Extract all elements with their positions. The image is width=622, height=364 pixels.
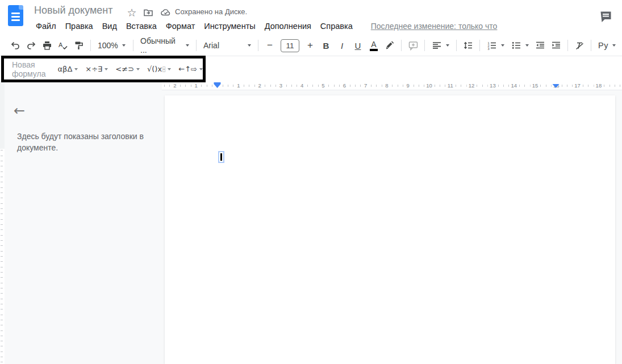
decrease-font-size-button[interactable]: − <box>262 37 278 53</box>
text-color-label: A <box>371 40 376 48</box>
chevron-down-icon <box>612 44 616 47</box>
undo-button[interactable] <box>7 37 23 53</box>
zoom-dropdown[interactable]: 100% <box>94 37 130 53</box>
input-tools-dropdown[interactable]: Ру <box>595 37 619 53</box>
ruler-number: 2 <box>256 82 262 89</box>
svg-text:A: A <box>59 41 63 48</box>
italic-button[interactable]: I <box>334 37 350 53</box>
misc-operations-dropdown[interactable]: ×÷∃ <box>85 65 108 73</box>
ruler-strip: 21123456789101112131415161718 <box>0 81 622 90</box>
ruler-number: 7 <box>362 82 369 89</box>
vertical-ruler-margin <box>0 81 5 149</box>
greek-letters-label: αβΔ <box>58 65 73 73</box>
add-comment-button <box>405 37 421 53</box>
last-edit-link[interactable]: Последнее изменение: только что <box>371 22 498 31</box>
chevron-down-icon <box>199 68 203 70</box>
menu-addons[interactable]: Дополнения <box>260 20 316 32</box>
font-dropdown[interactable]: Arial <box>200 37 254 53</box>
align-left-icon <box>432 40 442 51</box>
ruler-number: 8 <box>383 82 390 89</box>
bulleted-list-dropdown[interactable] <box>508 37 532 53</box>
close-outline-arrow-icon[interactable]: ← <box>14 103 25 119</box>
equation-insertion-box[interactable] <box>218 151 224 163</box>
menu-file[interactable]: Файл <box>31 20 61 32</box>
comments-icon[interactable] <box>599 10 613 24</box>
numbered-list-dropdown[interactable]: 123 <box>483 37 508 53</box>
decrease-indent-button[interactable] <box>532 37 548 53</box>
chevron-down-icon <box>74 68 78 70</box>
bulleted-list-icon <box>511 40 521 51</box>
relations-label: <≠⊃ <box>115 65 134 73</box>
ruler-number: 17 <box>573 82 582 89</box>
chevron-down-icon <box>248 44 251 47</box>
sup-sub-boxes: □□ <box>162 66 165 72</box>
ruler-number: 12 <box>467 82 477 89</box>
ruler-number: 6 <box>341 82 348 89</box>
greek-letters-dropdown[interactable]: αβΔ <box>58 65 78 73</box>
ruler-number: 13 <box>488 82 498 89</box>
bold-button[interactable]: B <box>318 37 334 53</box>
chevron-down-icon <box>105 68 108 70</box>
ruler-number: 10 <box>424 82 434 89</box>
arrows-label: ←↑⇨ <box>178 65 197 73</box>
paragraph-style-value: Обычный ... <box>140 36 182 55</box>
numbered-list-icon: 123 <box>487 40 497 51</box>
ruler-indent-marker[interactable] <box>553 84 560 91</box>
ruler-number: 18 <box>594 82 604 89</box>
increase-font-size-button[interactable]: + <box>302 37 318 53</box>
vertical-ruler[interactable] <box>0 81 5 364</box>
ruler-number: 4 <box>299 82 305 89</box>
document-page[interactable] <box>165 95 615 364</box>
menu-edit[interactable]: Правка <box>61 20 98 32</box>
new-equation-label: Новая формула <box>12 60 51 78</box>
math-operations-label: √()x <box>147 65 162 73</box>
equation-toolbar-row: Новая формула αβΔ ×÷∃ <≠⊃ √()x□□ ←↑⇨ <box>0 56 622 81</box>
paint-format-button[interactable] <box>71 37 87 53</box>
line-spacing-button[interactable] <box>460 37 476 53</box>
highlight-color-button[interactable] <box>382 37 398 53</box>
menu-help[interactable]: Справка <box>316 20 357 32</box>
align-dropdown[interactable] <box>428 37 453 53</box>
svg-text:3: 3 <box>488 47 490 51</box>
zoom-value: 100% <box>98 41 118 50</box>
print-button[interactable] <box>39 37 55 53</box>
ruler-number: 5 <box>320 82 326 89</box>
font-size-input[interactable]: 11 <box>281 39 299 52</box>
menu-format[interactable]: Формат <box>161 20 200 32</box>
cloud-saved-icon[interactable] <box>160 6 172 19</box>
document-title[interactable]: Новый документ <box>34 5 113 16</box>
chevron-down-icon <box>168 68 171 70</box>
font-value: Arial <box>203 41 244 50</box>
spellcheck-button[interactable]: A <box>55 37 71 53</box>
underline-button[interactable]: U <box>350 37 366 53</box>
menu-insert[interactable]: Вставка <box>122 20 161 32</box>
toolbar: A 100% Обычный ... Arial − 11 + B I U A … <box>0 35 622 56</box>
arrows-dropdown[interactable]: ←↑⇨ <box>178 65 203 73</box>
menu-view[interactable]: Вид <box>98 20 122 32</box>
increase-indent-button[interactable] <box>548 37 564 53</box>
misc-operations-label: ×÷∃ <box>85 65 102 73</box>
text-cursor <box>220 153 222 161</box>
chevron-down-icon <box>525 44 529 47</box>
menu-bar: Файл Правка Вид Вставка Формат Инструмен… <box>31 20 497 32</box>
ruler-number: 1 <box>193 82 199 89</box>
text-color-button[interactable]: A <box>366 37 382 53</box>
star-icon[interactable]: ☆ <box>126 6 138 19</box>
chevron-down-icon <box>446 44 449 47</box>
clear-formatting-button[interactable] <box>571 37 587 53</box>
math-operations-dropdown[interactable]: √()x□□ <box>147 65 171 73</box>
google-docs-logo-icon[interactable] <box>8 5 23 26</box>
saved-status: Сохранено на Диске. <box>175 7 247 16</box>
relations-dropdown[interactable]: <≠⊃ <box>115 65 140 73</box>
text-color-swatch <box>370 49 378 51</box>
menu-tools[interactable]: Инструменты <box>199 20 260 32</box>
ruler-number: 15 <box>531 82 540 89</box>
horizontal-ruler[interactable]: 21123456789101112131415161718 <box>162 81 622 90</box>
redo-button[interactable] <box>23 37 39 53</box>
chevron-down-icon <box>501 44 504 47</box>
ruler-indent-marker[interactable] <box>214 84 220 91</box>
move-to-folder-icon[interactable] <box>142 6 155 19</box>
ruler-number: 9 <box>405 82 411 89</box>
paragraph-style-dropdown[interactable]: Обычный ... <box>137 37 193 53</box>
ruler-number: 14 <box>509 82 519 89</box>
